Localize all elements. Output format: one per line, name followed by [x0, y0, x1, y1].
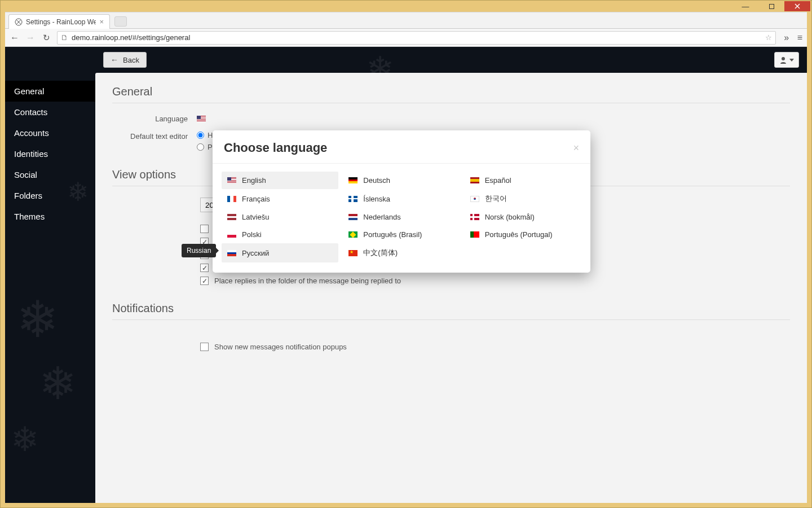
- row-language: Language: [112, 115, 790, 123]
- language-label: Português (Portugal): [485, 230, 553, 239]
- flag-icon-es: [470, 177, 479, 183]
- window-titlebar: —: [1, 1, 811, 12]
- back-button[interactable]: ← Back: [103, 52, 147, 68]
- checkbox-label: Place replies in the folder of the messa…: [214, 277, 401, 285]
- nav-forward-icon[interactable]: →: [25, 33, 36, 43]
- section-title-general: General: [112, 85, 790, 103]
- sidebar-item-accounts[interactable]: Accounts: [5, 122, 95, 143]
- checkbox[interactable]: [200, 225, 209, 233]
- back-label: Back: [123, 56, 139, 64]
- flag-icon-nl: [348, 214, 358, 220]
- radio-html[interactable]: [197, 132, 204, 139]
- language-option-kr[interactable]: 한국어: [465, 189, 581, 208]
- window-maximize-button[interactable]: [758, 1, 784, 11]
- sidebar-item-social[interactable]: Social: [5, 164, 95, 185]
- flag-icon-pt: [470, 231, 479, 238]
- flag-icon-us: [197, 116, 206, 122]
- site-info-icon[interactable]: 🗋: [61, 33, 68, 42]
- language-label: Français: [242, 195, 270, 203]
- language-option-lv[interactable]: Latviešu: [222, 208, 338, 226]
- language-option-br[interactable]: Português (Brasil): [343, 226, 460, 243]
- checkbox-row[interactable]: Place replies in the folder of the messa…: [200, 277, 790, 285]
- language-label: Íslenska: [363, 195, 390, 203]
- new-tab-button[interactable]: [114, 16, 127, 27]
- sidebar: GeneralContactsAccountsIdentitiesSocialF…: [5, 47, 95, 503]
- flag-icon-fr: [227, 196, 236, 202]
- app-viewport: ❄ ❄ ❄ ❄ ❄ ← Back GeneralContactsAccounts…: [5, 47, 807, 503]
- language-label: Language: [112, 115, 197, 123]
- modal-body: EnglishDeutschEspañolFrançaisÍslenska한국어…: [213, 164, 590, 273]
- flag-icon-de: [348, 177, 358, 183]
- flag-icon-pl: [227, 231, 236, 238]
- window-frame: — Settings - RainLoop Webm × ← → ↻ 🗋 dem…: [0, 0, 812, 508]
- language-label: Latviešu: [242, 213, 269, 221]
- bookmark-star-icon[interactable]: ☆: [765, 33, 772, 42]
- window-close-button[interactable]: [784, 1, 810, 11]
- flag-icon-is: [348, 196, 358, 202]
- url-bar[interactable]: 🗋 demo.rainloop.net/#/settings/general ☆: [57, 31, 776, 45]
- sidebar-item-identities[interactable]: Identities: [5, 143, 95, 164]
- window-minimize-button[interactable]: —: [732, 1, 758, 11]
- language-label: English: [242, 176, 266, 185]
- language-option-no[interactable]: Norsk (bokmål): [465, 208, 581, 226]
- language-option-cn[interactable]: 中文(简体): [343, 243, 460, 262]
- language-option-es[interactable]: Español: [465, 172, 581, 189]
- language-option-de[interactable]: Deutsch: [343, 172, 460, 189]
- language-option-pl[interactable]: Polski: [222, 226, 338, 243]
- url-text: demo.rainloop.net/#/settings/general: [72, 33, 190, 42]
- caret-down-icon: [789, 59, 794, 62]
- flag-icon-ru: [227, 250, 236, 256]
- language-label: Русский: [242, 249, 269, 257]
- checkbox[interactable]: [200, 343, 209, 351]
- language-label: 한국어: [485, 194, 507, 204]
- user-menu-button[interactable]: [774, 52, 799, 68]
- section-title-notifications: Notifications: [112, 302, 790, 320]
- checkbox[interactable]: [200, 264, 209, 272]
- language-option-ru[interactable]: Русский: [222, 243, 338, 262]
- language-option-pt[interactable]: Português (Portugal): [465, 226, 581, 243]
- language-label: 中文(简体): [363, 248, 398, 258]
- browser-tab[interactable]: Settings - RainLoop Webm ×: [8, 14, 110, 29]
- flag-icon-us: [227, 177, 236, 183]
- flag-icon-kr: [470, 196, 479, 202]
- flag-icon-cn: [348, 250, 358, 256]
- menu-icon[interactable]: ≡: [797, 33, 802, 43]
- radio-plain[interactable]: [197, 143, 204, 151]
- language-option-nl[interactable]: Nederlands: [343, 208, 460, 226]
- language-label: Español: [485, 176, 511, 185]
- favicon-icon: [15, 18, 23, 26]
- language-label: Norsk (bokmål): [485, 213, 535, 221]
- tab-title: Settings - RainLoop Webm: [26, 18, 96, 26]
- language-option-is[interactable]: Íslenska: [343, 189, 460, 208]
- browser: Settings - RainLoop Webm × ← → ↻ 🗋 demo.…: [5, 12, 807, 503]
- svg-point-5: [782, 57, 785, 60]
- chevron-right-icon[interactable]: »: [782, 33, 792, 43]
- tab-strip: Settings - RainLoop Webm ×: [5, 12, 807, 29]
- flag-icon-no: [470, 214, 479, 220]
- arrow-left-icon: ←: [111, 55, 118, 64]
- flag-icon-br: [348, 231, 358, 238]
- tab-close-icon[interactable]: ×: [99, 17, 104, 26]
- checkbox-row[interactable]: Show new messages notification popups: [200, 343, 790, 351]
- tooltip: Russian: [182, 244, 216, 257]
- sidebar-item-contacts[interactable]: Contacts: [5, 102, 95, 122]
- checkbox[interactable]: [200, 277, 209, 285]
- language-modal: Choose language × EnglishDeutschEspañolF…: [213, 130, 590, 273]
- reload-icon[interactable]: ↻: [41, 33, 51, 43]
- sidebar-item-folders[interactable]: Folders: [5, 185, 95, 206]
- sidebar-item-themes[interactable]: Themes: [5, 206, 95, 227]
- editor-label: Default text editor: [112, 131, 197, 141]
- language-label: Deutsch: [363, 176, 390, 185]
- modal-header: Choose language ×: [213, 130, 590, 164]
- modal-title: Choose language: [224, 141, 327, 155]
- language-label: Nederlands: [363, 213, 401, 221]
- browser-toolbar: ← → ↻ 🗋 demo.rainloop.net/#/settings/gen…: [5, 29, 807, 47]
- flag-icon-lv: [227, 214, 236, 220]
- language-option-us[interactable]: English: [222, 172, 338, 189]
- language-option-fr[interactable]: Français: [222, 189, 338, 208]
- sidebar-item-general[interactable]: General: [5, 81, 95, 102]
- app-topbar: ← Back: [5, 47, 807, 73]
- nav-back-icon[interactable]: ←: [10, 33, 20, 43]
- modal-close-button[interactable]: ×: [573, 142, 579, 154]
- language-label: Polski: [242, 230, 262, 239]
